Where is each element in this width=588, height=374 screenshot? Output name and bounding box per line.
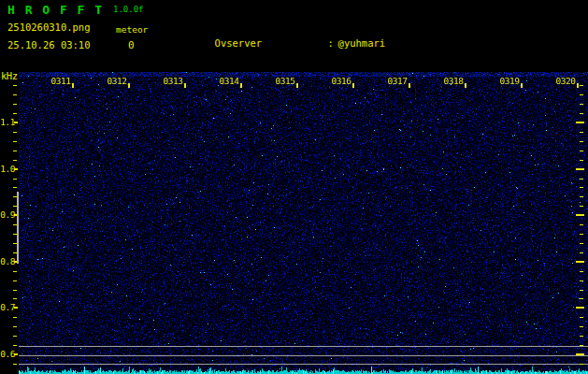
freq-tick-label: 0.7 <box>0 302 15 312</box>
freq-minor-tick-left <box>13 317 17 318</box>
freq-minor-tick-left <box>13 290 17 291</box>
time-label: 0320 <box>545 76 586 86</box>
freq-minor-tick-left <box>13 364 17 365</box>
freq-minor-tick-left <box>13 179 17 180</box>
output-filename: 2510260310.png <box>7 22 91 33</box>
frequency-unit-label: kHz <box>1 70 17 81</box>
freq-major-tick-left <box>14 307 18 309</box>
freq-minor-tick-right <box>580 280 583 281</box>
time-tick <box>577 83 579 88</box>
spectrogram-canvas <box>19 72 588 374</box>
freq-tick-label: 1.1 <box>0 117 15 127</box>
freq-minor-tick-right <box>580 141 583 142</box>
freq-minor-tick-right <box>580 206 583 207</box>
freq-minor-tick-right <box>580 243 583 244</box>
freq-minor-tick-left <box>13 336 17 337</box>
info-separator: : <box>328 37 338 50</box>
freq-minor-tick-right <box>580 326 583 327</box>
freq-tick-label: 0.8 <box>0 256 15 266</box>
time-label: 0318 <box>433 76 474 86</box>
info-label: Ovserver <box>215 37 328 50</box>
freq-tick-label: 1.0 <box>0 164 15 174</box>
freq-minor-tick-left <box>13 113 17 114</box>
freq-minor-tick-right <box>580 298 583 299</box>
freq-minor-tick-left <box>13 298 17 299</box>
freq-minor-tick-right <box>580 132 583 133</box>
freq-minor-tick-right <box>580 94 583 95</box>
time-tick <box>409 83 410 88</box>
freq-minor-tick-left <box>13 160 17 161</box>
freq-minor-tick-right <box>580 271 583 272</box>
time-label: 0313 <box>152 76 194 86</box>
freq-minor-tick-left <box>13 94 17 95</box>
freq-minor-tick-left <box>13 104 17 105</box>
time-tick <box>184 83 186 88</box>
frequency-range-marker-bar <box>17 192 19 264</box>
freq-minor-tick-left <box>13 187 17 188</box>
freq-minor-tick-left <box>13 132 17 133</box>
freq-major-tick-left <box>14 122 18 123</box>
mode-label: meteor <box>116 24 148 35</box>
freq-minor-tick-left <box>13 280 17 281</box>
time-label: 0314 <box>208 76 250 86</box>
time-tick <box>352 83 354 88</box>
freq-minor-tick-right <box>580 336 583 337</box>
freq-major-tick-left <box>14 168 18 170</box>
freq-minor-tick-right <box>580 196 583 197</box>
app-title: H R O F F T <box>7 3 104 17</box>
freq-minor-tick-right <box>580 113 583 114</box>
freq-minor-tick-left <box>13 85 17 86</box>
time-tick <box>128 83 130 88</box>
freq-minor-tick-left <box>13 345 17 346</box>
freq-major-tick-left <box>14 353 18 355</box>
freq-minor-tick-left <box>13 271 17 272</box>
freq-minor-tick-left <box>13 326 17 327</box>
freq-minor-tick-right <box>580 234 583 235</box>
time-tick <box>72 83 74 88</box>
time-label: 0311 <box>40 76 81 86</box>
freq-minor-tick-right <box>580 290 583 291</box>
freq-major-tick-right <box>576 353 584 355</box>
freq-minor-tick-right <box>580 179 583 180</box>
time-label: 0317 <box>377 76 418 86</box>
freq-major-tick-right <box>576 261 584 263</box>
freq-minor-tick-left <box>13 141 17 142</box>
time-label: 0316 <box>321 76 362 86</box>
echo-count: 0 <box>128 39 135 51</box>
freq-minor-tick-right <box>580 364 583 365</box>
app-version: 1.0.0f <box>113 5 144 14</box>
info-row-observer: Ovserver:@yuhmari <box>167 25 581 61</box>
freq-minor-tick-right <box>580 160 583 161</box>
freq-major-tick-right <box>576 214 584 216</box>
time-tick <box>296 83 298 88</box>
freq-tick-label: 0.6 <box>0 349 15 359</box>
time-label: 0312 <box>96 76 137 86</box>
freq-minor-tick-right <box>580 317 583 318</box>
freq-minor-tick-right <box>580 187 583 188</box>
time-tick <box>240 83 242 88</box>
freq-minor-tick-right <box>580 345 583 346</box>
freq-minor-tick-right <box>580 252 583 253</box>
time-label: 0319 <box>489 76 530 86</box>
hrofft-output-window: H R O F F T 1.0.0f 2510260310.png meteor… <box>0 0 588 374</box>
freq-tick-label: 0.9 <box>0 209 15 220</box>
freq-major-tick-right <box>576 307 584 309</box>
freq-major-tick-right <box>576 122 584 123</box>
datetime-label: 25.10.26 03:10 <box>7 39 91 50</box>
info-value: @yuhmari <box>338 37 386 50</box>
freq-minor-tick-right <box>580 151 583 151</box>
time-tick <box>465 83 466 88</box>
freq-minor-tick-right <box>580 224 583 225</box>
freq-major-tick-right <box>576 168 584 170</box>
time-label: 0315 <box>265 76 306 86</box>
time-tick <box>521 83 523 88</box>
freq-minor-tick-right <box>580 104 583 105</box>
freq-minor-tick-left <box>13 151 17 151</box>
